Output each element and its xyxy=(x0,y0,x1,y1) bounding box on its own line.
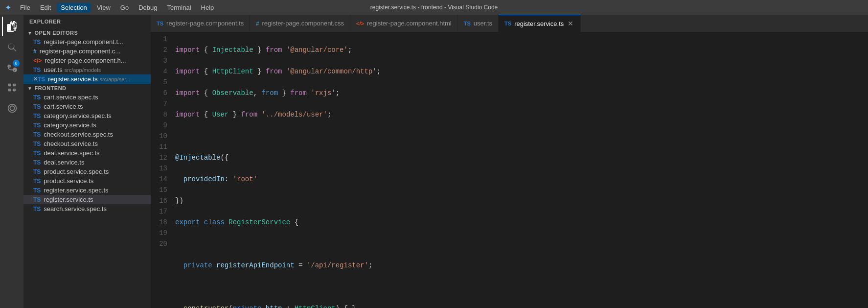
line-numbers: 1 2 3 4 5 6 7 8 9 10 11 12 13 14 15 16 1… xyxy=(151,34,175,306)
css-file-icon: # xyxy=(33,48,37,55)
open-editors-chevron: ▼ xyxy=(27,30,32,36)
sidebar-item-product-spec[interactable]: TS product.service.spec.ts xyxy=(23,167,151,176)
tab-label: register-page.component.html xyxy=(367,20,452,27)
sidebar-item-product-service[interactable]: TS product.service.ts xyxy=(23,176,151,186)
sidebar-item-label: cart.service.spec.ts xyxy=(44,94,98,101)
main-layout: 6 Explorer ▼ Open Editors TS register-pa… xyxy=(0,15,868,308)
vscode-logo: ✦ xyxy=(5,3,11,12)
ts-file-icon: TS xyxy=(33,168,41,175)
sidebar-item-search-spec[interactable]: TS search.service.spec.ts xyxy=(23,204,151,213)
tab-css-icon: # xyxy=(256,21,259,26)
sidebar-item-label: product.service.ts xyxy=(44,177,93,185)
ts-file-icon: TS xyxy=(33,122,41,129)
tab-register-component-css[interactable]: # register-page.component.css xyxy=(250,15,350,32)
sidebar-item-label: register.service.ts xyxy=(48,75,97,83)
activity-bar: 6 xyxy=(0,15,23,308)
sidebar-item-label: deal.service.spec.ts xyxy=(44,149,99,157)
sidebar-item-register-spec[interactable]: TS register.service.spec.ts xyxy=(23,186,151,195)
menu-file[interactable]: File xyxy=(16,3,34,12)
ts-file-icon: TS xyxy=(33,196,41,203)
sidebar-item-label: deal.service.ts xyxy=(44,159,84,166)
ts-file-icon: TS xyxy=(33,94,41,101)
sidebar-item-label: register.service.ts xyxy=(44,196,93,203)
menu-terminal[interactable]: Terminal xyxy=(163,3,195,12)
sidebar-item-label: checkout.service.spec.ts xyxy=(44,131,113,138)
sidebar: Explorer ▼ Open Editors TS register-page… xyxy=(23,15,151,308)
sidebar-item-register-service-ts-open[interactable]: ✕ TS register.service.ts src/app/ser... xyxy=(23,74,151,84)
extensions-activity-icon[interactable] xyxy=(2,78,22,98)
sidebar-item-checkout-service[interactable]: TS checkout.service.ts xyxy=(23,139,151,148)
ts-file-icon: TS xyxy=(33,103,41,110)
sidebar-item-path: src/app/models xyxy=(65,67,101,73)
sidebar-item-label: product.service.spec.ts xyxy=(44,168,109,175)
window-title: register.service.ts - frontend - Visual … xyxy=(370,4,498,11)
sidebar-item-label: register-page.component.t... xyxy=(44,38,123,46)
remote-activity-icon[interactable] xyxy=(2,99,22,118)
sidebar-item-cart-service[interactable]: TS cart.service.ts xyxy=(23,102,151,111)
source-control-activity-icon[interactable]: 6 xyxy=(2,58,22,77)
sidebar-item-label: search.service.spec.ts xyxy=(44,205,107,213)
tab-user-ts[interactable]: TS user.ts xyxy=(458,15,499,32)
ts-file-icon: TS xyxy=(33,178,41,185)
tab-label: user.ts xyxy=(474,20,492,27)
code-editor[interactable]: 1 2 3 4 5 6 7 8 9 10 11 12 13 14 15 16 1… xyxy=(151,32,868,308)
sidebar-item-register-component-html[interactable]: </> register-page.component.h... xyxy=(23,56,151,65)
sidebar-item-label: category.service.spec.ts xyxy=(44,112,111,119)
menu-debug[interactable]: Debug xyxy=(135,3,161,12)
sidebar-item-label: register.service.spec.ts xyxy=(44,187,108,194)
menu-bar: File Edit Selection View Go Debug Termin… xyxy=(16,3,218,12)
sidebar-item-label: register-page.component.c... xyxy=(40,47,120,55)
sidebar-item-register-component-css[interactable]: # register-page.component.c... xyxy=(23,47,151,56)
tab-ts-icon: TS xyxy=(504,21,511,26)
sidebar-header: Explorer xyxy=(23,15,151,28)
sidebar-item-category-service[interactable]: TS category.service.ts xyxy=(23,120,151,130)
sidebar-item-deal-service[interactable]: TS deal.service.ts xyxy=(23,158,151,167)
ts-file-icon: TS xyxy=(33,39,41,46)
open-editors-section[interactable]: ▼ Open Editors xyxy=(23,28,151,37)
tab-register-component-html[interactable]: </> register-page.component.html xyxy=(350,15,458,32)
tab-ts-icon: TS xyxy=(157,21,163,26)
ts-file-icon: TS xyxy=(33,141,41,147)
tab-label: register-page.component.ts xyxy=(166,20,244,27)
ts-file-icon: TS xyxy=(33,206,41,213)
editor-area: TS register-page.component.ts # register… xyxy=(151,15,868,308)
menu-go[interactable]: Go xyxy=(116,3,133,12)
frontend-section[interactable]: ▼ Frontend xyxy=(23,84,151,93)
open-editors-label: Open Editors xyxy=(34,30,78,36)
sidebar-item-category-spec[interactable]: TS category.service.spec.ts xyxy=(23,111,151,120)
menu-edit[interactable]: Edit xyxy=(36,3,55,12)
tab-ts-icon: TS xyxy=(464,21,471,26)
tab-register-component-ts[interactable]: TS register-page.component.ts xyxy=(151,15,250,32)
ts-file-icon: TS xyxy=(33,187,41,194)
menu-selection[interactable]: Selection xyxy=(57,3,91,12)
tab-label: register-page.component.css xyxy=(262,20,344,27)
sidebar-item-user-ts[interactable]: TS user.ts src/app/models xyxy=(23,65,151,74)
close-icon[interactable]: ✕ xyxy=(33,76,38,82)
sidebar-item-checkout-spec[interactable]: TS checkout.service.spec.ts xyxy=(23,130,151,139)
sidebar-item-deal-spec[interactable]: TS deal.service.spec.ts xyxy=(23,148,151,158)
frontend-chevron: ▼ xyxy=(27,86,32,91)
sidebar-item-path: src/app/ser... xyxy=(100,76,131,82)
tab-close-button[interactable]: ✕ xyxy=(567,20,574,27)
search-activity-icon[interactable] xyxy=(2,37,22,57)
ts-file-icon: TS xyxy=(38,76,45,83)
ts-file-icon: TS xyxy=(33,67,41,73)
sidebar-item-cart-spec[interactable]: TS cart.service.spec.ts xyxy=(23,93,151,102)
tab-register-service-ts[interactable]: TS register.service.ts ✕ xyxy=(499,15,581,32)
source-control-badge: 6 xyxy=(13,60,20,67)
frontend-label: Frontend xyxy=(34,85,66,91)
sidebar-item-label: cart.service.ts xyxy=(44,103,83,110)
sidebar-item-label: register-page.component.h... xyxy=(45,57,126,64)
sidebar-item-register-service-ts[interactable]: TS register.service.ts xyxy=(23,195,151,204)
code-content[interactable]: import { Injectable } from '@angular/cor… xyxy=(175,34,868,306)
ts-file-icon: TS xyxy=(33,113,41,119)
ts-file-icon: TS xyxy=(33,131,41,138)
menu-help[interactable]: Help xyxy=(197,3,218,12)
files-activity-icon[interactable] xyxy=(2,17,22,36)
title-bar: ✦ File Edit Selection View Go Debug Term… xyxy=(0,0,868,15)
tab-html-icon: </> xyxy=(356,21,364,26)
sidebar-item-register-component-ts[interactable]: TS register-page.component.t... xyxy=(23,37,151,47)
sidebar-item-label: category.service.ts xyxy=(44,121,96,129)
html-file-icon: </> xyxy=(33,57,42,64)
menu-view[interactable]: View xyxy=(93,3,114,12)
